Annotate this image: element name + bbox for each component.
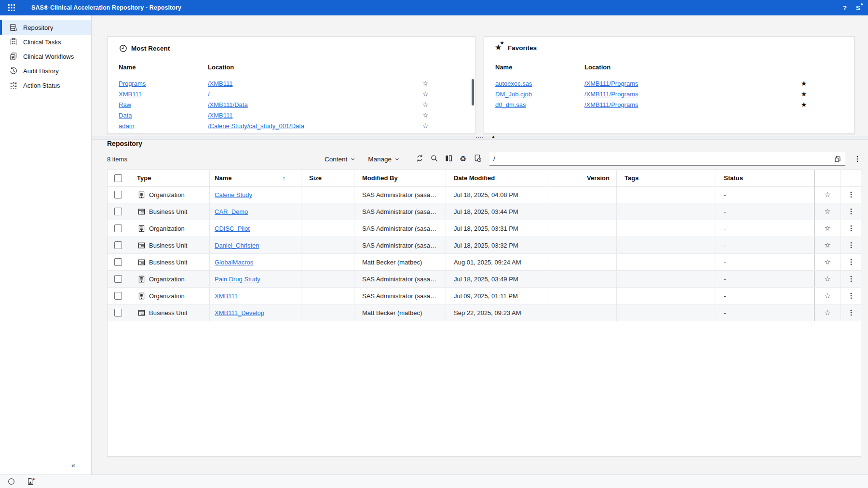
star-outline-icon[interactable]: ☆ [416,111,435,119]
favorite-toggle-icon[interactable]: ☆ [824,308,830,317]
content-dropdown[interactable]: Content [325,156,355,163]
favorite-toggle-icon[interactable]: ☆ [824,275,830,283]
star-outline-icon[interactable]: ☆ [416,132,435,133]
sidebar-collapse-button[interactable]: « [71,461,75,469]
star-filled-icon[interactable]: ★ [794,79,814,87]
sidebar-item-clinical-tasks[interactable]: Clinical Tasks [0,35,91,49]
item-location-link[interactable]: /XMB111/Programs [584,80,794,87]
help-button[interactable]: ? [837,4,853,12]
item-location-link[interactable]: /Calerie Study/cal_study_001/Data [208,122,416,130]
item-name-link[interactable]: Data [119,112,208,119]
star-filled-icon[interactable]: ★ [794,90,814,98]
path-input[interactable]: / [489,152,845,166]
header-name[interactable]: Name↑ [210,170,301,186]
item-name-link[interactable]: Calerie Study [215,191,252,198]
row-checkbox[interactable] [114,275,122,283]
cell-checkbox [108,237,129,253]
row-checkbox[interactable] [114,292,122,300]
item-name-link[interactable]: d0_dm.sas [495,101,584,108]
star-filled-icon[interactable]: ★ [794,101,814,108]
item-name-link[interactable]: GlobalMacros [215,259,253,266]
item-name-link[interactable]: Daniel_Christen [215,242,259,249]
toolbar-overflow-button[interactable] [854,155,861,163]
item-location-link[interactable]: /XMB111/Programs [584,101,794,108]
item-name-link[interactable]: XMB111 [215,292,238,300]
row-checkbox[interactable] [114,241,122,249]
favorite-toggle-icon[interactable]: ☆ [824,190,830,199]
splitter-handle-icon[interactable] [476,137,483,138]
row-menu-button[interactable] [847,207,855,216]
panel-splitter[interactable]: ▲ [92,136,868,140]
row-checkbox[interactable] [114,258,122,266]
item-name-link[interactable]: Raw [119,101,208,108]
item-location-link[interactable]: /XMB111 [208,80,416,87]
item-location-link[interactable]: / [208,91,416,98]
sidebar-item-action-status[interactable]: Action Status [0,78,91,92]
favorite-toggle-icon[interactable]: ☆ [824,224,830,233]
row-checkbox[interactable] [114,208,122,215]
compare-panels-button[interactable] [441,153,456,165]
business-unit-icon [137,207,146,216]
select-all-checkbox[interactable] [114,174,122,182]
header-modified-by[interactable]: Modified By [354,170,446,186]
item-name-link[interactable]: adam [119,122,208,130]
item-name-link[interactable]: XMB111_Develop [215,309,264,317]
item-name-link[interactable]: Pain Drug Study [215,276,260,283]
row-checkbox[interactable] [114,191,122,198]
item-name-link[interactable]: Programs [119,80,208,87]
header-tags[interactable]: Tags [617,170,716,186]
item-location-link[interactable]: /Calerie Study/cal_study_001 [208,133,416,133]
header-date-modified[interactable]: Date Modified [446,170,547,186]
sort-ascending-icon[interactable]: ↑ [283,174,286,182]
row-menu-button[interactable] [847,241,855,250]
item-name-link[interactable]: XMB111 [119,91,208,98]
row-menu-button[interactable] [847,275,855,283]
row-menu-button[interactable] [847,291,855,300]
row-menu-button[interactable] [847,224,855,233]
clock-icon [119,44,127,53]
refresh-button[interactable] [412,153,427,165]
row-menu-button[interactable] [847,308,855,317]
item-location-link[interactable]: /XMB111 [208,112,416,119]
header-type[interactable]: Type [129,170,210,186]
sidebar-item-audit-history[interactable]: Audit History [0,64,91,78]
file-status-button[interactable] [470,153,485,165]
cell-version [547,203,617,220]
path-value: / [493,155,495,162]
favorite-toggle-icon[interactable]: ☆ [824,207,830,216]
favorite-toggle-icon[interactable]: ☆ [824,258,830,266]
log-warning-icon[interactable] [27,477,36,486]
row-checkbox[interactable] [114,309,122,317]
item-location-link[interactable]: /XMB111/Programs [584,91,794,98]
header-status[interactable]: Status [716,170,814,186]
star-outline-icon[interactable]: ☆ [416,90,435,98]
item-name-link[interactable]: CDISC_Pilot [215,225,250,232]
item-name-link[interactable]: autoexec.sas [495,80,584,87]
item-name-link[interactable]: Programs [119,133,208,133]
star-outline-icon[interactable]: ☆ [416,79,435,87]
item-name-link[interactable]: CAR_Demo [215,208,248,215]
copy-path-icon[interactable] [834,155,841,163]
favorite-toggle-icon[interactable]: ☆ [824,291,830,300]
header-version[interactable]: Version [547,170,617,186]
app-launcher-waffle-icon[interactable] [5,4,18,12]
sidebar-item-clinical-workflows[interactable]: Clinical Workflows [0,49,91,64]
star-outline-icon[interactable]: ☆ [416,122,435,130]
splitter-collapse-icon[interactable]: ▲ [491,134,495,139]
row-menu-button[interactable] [847,258,855,266]
row-checkbox[interactable] [114,224,122,232]
favorite-toggle-icon[interactable]: ☆ [824,241,830,250]
item-location-link[interactable]: /XMB111/Data [208,101,416,108]
item-name-link[interactable]: DM_Job.cjob [495,91,584,98]
recycle-button[interactable]: ♻ [456,153,470,165]
circle-status-icon[interactable] [7,477,15,486]
most-recent-scrollbar-thumb[interactable] [472,79,474,106]
sidebar-item-repository[interactable]: Repository [0,20,91,35]
star-outline-icon[interactable]: ☆ [416,101,435,108]
header-size[interactable]: Size [301,170,354,186]
search-button[interactable] [427,153,441,165]
row-menu-button[interactable] [847,190,855,199]
list-item: adam/Calerie Study/cal_study_001/Data☆ [119,120,475,131]
user-avatar[interactable]: S [856,4,860,12]
manage-dropdown[interactable]: Manage [368,156,400,163]
